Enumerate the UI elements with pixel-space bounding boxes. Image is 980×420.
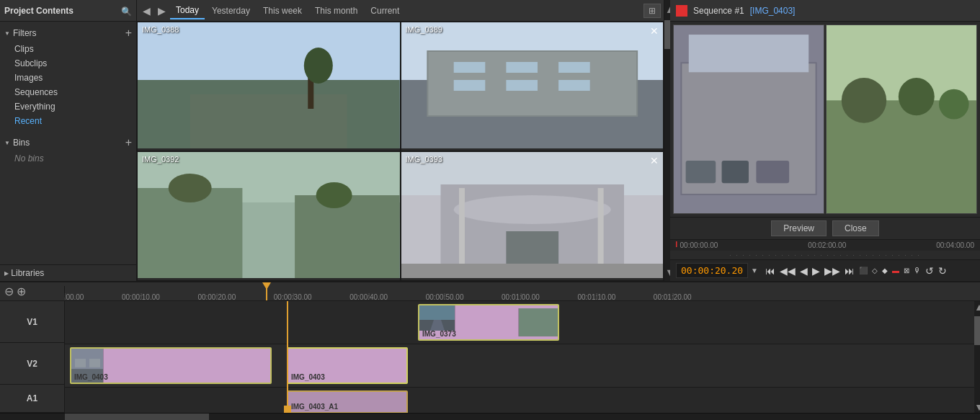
filter-item-sequences[interactable]: Sequences xyxy=(0,85,136,99)
tc-toggle2-button[interactable]: ◇ xyxy=(870,265,879,277)
thumb-image-0389 xyxy=(401,22,664,148)
filters-add-icon[interactable]: + xyxy=(125,27,132,40)
ruler-mark-8: 00:01:20.00 xyxy=(654,293,692,301)
thumb-close-0393[interactable]: ✕ xyxy=(650,155,659,166)
bins-add-icon[interactable]: + xyxy=(125,136,132,149)
track-label-v2: V2 xyxy=(0,343,64,385)
ruler-mark-5: 00:00:50.00 xyxy=(426,293,464,301)
sequence-title: Sequence #1 xyxy=(693,6,744,16)
tc-toggle3-button[interactable]: ◆ xyxy=(881,265,889,277)
center-panel: ◀ ▶ Today Yesterday This week This month… xyxy=(137,0,664,281)
svg-rect-16 xyxy=(506,80,538,91)
tc-goto-start-button[interactable]: ⏮ xyxy=(764,265,777,277)
timeline-zoom-controls: ⊖ ⊕ xyxy=(0,286,65,298)
preview-button[interactable]: Preview xyxy=(771,220,827,236)
timeline-horizontal-scrollbar[interactable] xyxy=(0,413,980,420)
tab-thisweek[interactable]: This week xyxy=(257,3,308,19)
close-button[interactable]: Close xyxy=(832,220,879,236)
tc-toggle5-button[interactable]: ⊠ xyxy=(902,265,911,277)
clip-label: [IMG_0403] xyxy=(750,6,796,16)
thumb-label-0389: IMG_0389 xyxy=(406,25,442,34)
tc-toggle1-button[interactable]: ⬛ xyxy=(858,265,869,277)
scrollbar-thumb[interactable] xyxy=(664,20,670,49)
timeline-tracks: V1 V2 A1 xyxy=(0,301,980,413)
svg-rect-21 xyxy=(295,195,399,278)
svg-point-28 xyxy=(453,195,610,224)
preview-thumb-2[interactable] xyxy=(826,24,977,214)
tab-yesterday[interactable]: Yesterday xyxy=(206,3,256,19)
tracks-content[interactable]: IMG_0373 xyxy=(65,301,974,413)
clip-img0403-v2-2[interactable]: IMG_0403 xyxy=(287,347,408,384)
timeline-ruler-marks[interactable]: 00:00:00.00 00:00:10.00 00:00:20.00 00:0… xyxy=(65,282,980,301)
filters-header[interactable]: Filters + xyxy=(0,24,136,42)
tl-hscroll-thumb[interactable] xyxy=(65,414,209,420)
clip-thumb-img0373 xyxy=(419,305,455,331)
tc-step-fwd-button[interactable]: ▶▶ xyxy=(823,265,842,277)
tc-step-back-button[interactable]: ◀◀ xyxy=(778,265,797,277)
tab-current[interactable]: Current xyxy=(365,3,405,19)
tc-redo-button[interactable]: ↻ xyxy=(937,265,948,277)
filter-item-subclips[interactable]: Subclips xyxy=(0,56,136,71)
bins-header[interactable]: Bins + xyxy=(0,134,136,151)
playhead-line xyxy=(287,301,288,413)
tl-scrollbar-thumb[interactable] xyxy=(974,316,980,345)
thumbnail-img0388[interactable]: IMG_0388 xyxy=(137,22,401,151)
timeline-ruler: ⊖ ⊕ 00:00:00.00 00:00:10.00 00:00:20.00 … xyxy=(0,282,980,301)
right-scrollbar[interactable]: ▲ ▼ xyxy=(664,0,670,281)
tc-mic-button[interactable]: 🎙 xyxy=(912,265,922,277)
svg-point-24 xyxy=(316,182,352,208)
clip-label-img0403-2: IMG_0403 xyxy=(291,373,325,381)
svg-rect-37 xyxy=(686,161,716,183)
tc-goto-end-button[interactable]: ⏭ xyxy=(843,265,856,277)
tl-right-scrollbar[interactable]: ▲ ▼ xyxy=(974,301,980,413)
grid-view-button[interactable]: ⊞ xyxy=(643,4,661,18)
tc-step-back1-button[interactable]: ◀ xyxy=(798,265,809,277)
svg-rect-2 xyxy=(190,94,347,148)
timecode-display: 00:00:20.20 ▼ ⏮ ◀◀ ◀ ▶ ▶▶ ⏭ ⬛ ◇ ◆ ▬ ⊠ 🎙 … xyxy=(670,259,980,281)
preview-thumb-1[interactable] xyxy=(673,24,824,214)
filter-item-recent[interactable]: Recent xyxy=(0,114,136,128)
tracks-inner: IMG_0373 xyxy=(65,301,974,413)
tc-ruler-mark-2: 00:02:00.00 xyxy=(808,241,846,249)
track-v2: IMG_0403 IMG_0403 xyxy=(65,344,974,388)
scroll-up-arrow[interactable]: ▲ xyxy=(664,1,670,17)
clip-preview-img0373 xyxy=(518,308,558,336)
scroll-down-arrow[interactable]: ▼ xyxy=(664,266,670,281)
thumbnail-img0389[interactable]: IMG_0389 ✕ xyxy=(401,22,664,151)
tab-thismonth[interactable]: This month xyxy=(309,3,363,19)
nav-back-button[interactable]: ◀ xyxy=(140,4,153,18)
panel-header: Project Contents xyxy=(0,0,136,22)
svg-rect-56 xyxy=(89,359,100,367)
clip-img0373[interactable]: IMG_0373 xyxy=(418,304,559,341)
filter-item-everything[interactable]: Everything xyxy=(0,99,136,114)
libraries-section[interactable]: Libraries xyxy=(0,264,136,281)
thumb-image-0393 xyxy=(401,152,664,278)
nav-bar: ◀ ▶ Today Yesterday This week This month… xyxy=(137,0,664,22)
search-icon[interactable] xyxy=(121,5,132,17)
tc-dropdown-icon[interactable]: ▼ xyxy=(751,267,758,274)
thumbnail-img0393[interactable]: IMG_0393 ✕ xyxy=(401,151,664,281)
svg-rect-32 xyxy=(401,264,664,278)
track-label-v1: V1 xyxy=(0,301,64,343)
tc-play-button[interactable]: ▶ xyxy=(811,265,821,277)
clip-img0403-v2-1[interactable]: IMG_0403 xyxy=(70,347,272,384)
tc-toggle4-button[interactable]: ▬ xyxy=(891,265,901,277)
filter-item-images[interactable]: Images xyxy=(0,71,136,85)
svg-point-23 xyxy=(169,174,212,202)
nav-forward-button[interactable]: ▶ xyxy=(155,4,169,18)
tc-undo-button[interactable]: ↺ xyxy=(924,265,935,277)
ruler-mark-4: 00:00:40.00 xyxy=(349,293,388,301)
timecode-value: 00:00:20.20 xyxy=(676,263,748,278)
left-panel: Project Contents Filters + Clips Subclip… xyxy=(0,0,137,281)
filter-item-clips[interactable]: Clips xyxy=(0,42,136,56)
zoom-out-button[interactable]: ⊖ xyxy=(4,286,14,298)
clip-img0403-a1[interactable]: IMG_0403_A1 xyxy=(287,390,408,413)
thumb-close-0389[interactable]: ✕ xyxy=(650,25,659,37)
zoom-in-button[interactable]: ⊕ xyxy=(17,286,26,298)
playhead-ruler xyxy=(266,282,267,301)
tl-scroll-down[interactable]: ▼ xyxy=(974,401,980,413)
tab-today[interactable]: Today xyxy=(170,2,205,19)
ruler-mark-7: 00:01:10.00 xyxy=(577,293,615,301)
thumbnail-img0392[interactable]: IMG_0392 xyxy=(137,151,401,281)
tl-scroll-up[interactable]: ▲ xyxy=(974,301,980,313)
